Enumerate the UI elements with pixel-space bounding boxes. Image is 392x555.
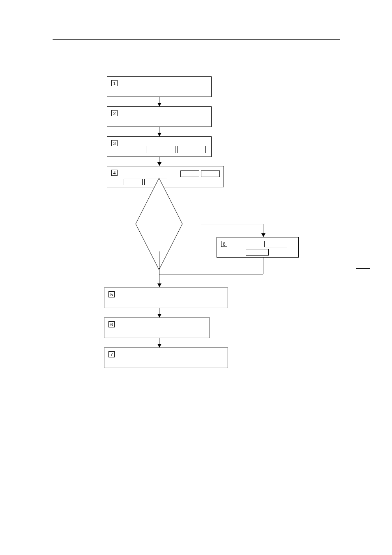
flow-step-4: 4 (107, 166, 224, 187)
step-number-5: 5 (108, 291, 115, 297)
inner-field (124, 179, 143, 185)
inner-field (177, 146, 206, 153)
decision (159, 224, 159, 224)
connector (159, 274, 263, 274)
arrowhead (157, 344, 161, 348)
inner-field (147, 146, 175, 153)
flow-step-6: 6 (104, 318, 210, 338)
step-number-7: 7 (108, 351, 115, 357)
inner-field (201, 170, 220, 177)
flow-step-3: 3 (107, 136, 212, 157)
inner-field (264, 241, 287, 247)
flow-step-1: 1 (107, 76, 212, 97)
inner-field (246, 249, 269, 256)
page: 1 2 3 4 8 (0, 0, 392, 555)
flow-step-5: 5 (104, 288, 228, 308)
arrowhead (157, 314, 161, 318)
step-number-6: 6 (108, 321, 115, 327)
step-number-2: 2 (111, 110, 118, 116)
side-mark (356, 268, 370, 269)
flow-step-7: 7 (104, 348, 228, 368)
connector (263, 224, 263, 234)
flow-step-2: 2 (107, 106, 212, 127)
header-rule (53, 39, 340, 40)
connector (159, 251, 159, 284)
step-number-8: 8 (221, 241, 227, 247)
inner-field (180, 170, 199, 177)
connector (201, 224, 263, 224)
arrowhead (157, 103, 161, 106)
arrowhead (157, 133, 161, 136)
arrowhead (157, 283, 161, 287)
arrowhead (157, 162, 161, 166)
flow-step-8: 8 (217, 237, 299, 258)
step-number-1: 1 (111, 80, 118, 86)
step-number-3: 3 (111, 140, 118, 146)
step-number-4: 4 (111, 170, 118, 176)
arrowhead (261, 233, 265, 237)
connector (263, 258, 263, 274)
